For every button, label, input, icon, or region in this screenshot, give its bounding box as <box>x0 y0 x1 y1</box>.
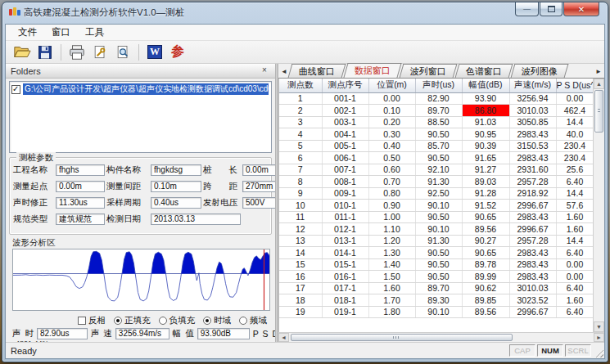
table-cell[interactable]: 3256.94 <box>509 92 556 105</box>
table-cell[interactable]: 019-1 <box>322 306 368 318</box>
horizontal-scrollbar[interactable]: ◄ ► <box>278 332 604 342</box>
table-cell[interactable]: 89.70 <box>415 105 462 117</box>
table-cell[interactable]: 14 <box>279 247 322 259</box>
table-cell[interactable]: 010-1 <box>322 200 368 212</box>
table-cell[interactable]: 2931.60 <box>509 164 556 176</box>
table-cell[interactable]: 15 <box>279 258 322 271</box>
table-cell[interactable]: 013-1 <box>322 235 368 247</box>
table-cell[interactable]: 014-1 <box>322 247 368 259</box>
table-cell[interactable]: 3023.52 <box>509 294 556 307</box>
table-cell[interactable]: 1.10 <box>368 223 415 236</box>
table-row[interactable]: 15015-11.4090.5089.782983.430.00 <box>279 258 594 271</box>
tab-data-window[interactable]: 数据窗口 <box>343 63 401 78</box>
table-cell[interactable]: 2 <box>279 105 322 117</box>
table-row[interactable]: 10010-10.9090.1091.522996.6757.6 <box>279 200 594 212</box>
table-cell[interactable]: 3 <box>279 116 322 128</box>
table-row[interactable]: 4004-10.3090.5090.952983.4340.0 <box>279 128 594 141</box>
list-item[interactable]: G:\公司产品设计开发\超声仪器\超声仪实地检测数据调试cd\cd03\cd03… <box>11 83 269 95</box>
col-header[interactable]: 幅值(dB) <box>462 79 509 92</box>
table-row[interactable]: 6006-10.5090.5091.652983.43230.4 <box>279 152 594 164</box>
table-cell[interactable]: 91.27 <box>462 164 509 176</box>
col-header[interactable]: 声时(us) <box>415 79 462 92</box>
table-row[interactable]: 19019-11.8090.1089.562996.676.40 <box>279 306 594 318</box>
table-row[interactable]: 8008-10.7091.3089.032957.286.40 <box>279 176 594 188</box>
table-cell[interactable]: 2996.67 <box>509 223 556 236</box>
table-cell[interactable]: 17 <box>279 282 322 294</box>
table-cell[interactable]: 5 <box>279 140 322 152</box>
table-cell[interactable]: 82.90 <box>415 92 462 105</box>
tab-chromatogram-window[interactable]: 色谱窗口 <box>455 64 513 78</box>
table-cell[interactable]: 3150.53 <box>509 140 556 152</box>
table-row[interactable]: 3003-10.2088.5091.033050.8514.4 <box>279 116 594 128</box>
standard-type-field[interactable]: 建筑规范 <box>56 213 105 225</box>
voltage-field[interactable]: 500V <box>242 197 276 209</box>
table-cell[interactable]: 0.00 <box>556 271 594 283</box>
table-cell[interactable]: 93.90 <box>462 92 509 105</box>
folders-list[interactable]: G:\公司产品设计开发\超声仪器\超声仪实地检测数据调试cd\cd03\cd03… <box>9 81 272 153</box>
table-cell[interactable]: 90.50 <box>415 152 462 164</box>
table-cell[interactable]: 90.95 <box>462 128 509 141</box>
minimize-button[interactable]: — <box>515 2 539 16</box>
table-cell[interactable]: 230.4 <box>556 152 594 164</box>
col-header[interactable]: 位置(m) <box>368 79 415 92</box>
table-cell[interactable]: 1.50 <box>368 271 415 283</box>
table-cell[interactable]: 7 <box>279 164 322 176</box>
table-cell[interactable]: 91.28 <box>462 187 509 200</box>
table-cell[interactable]: 018-1 <box>322 294 368 307</box>
table-cell[interactable]: 2957.28 <box>509 235 556 247</box>
table-cell[interactable]: 14.4 <box>556 116 594 128</box>
table-cell[interactable]: 1.60 <box>556 211 594 223</box>
table-cell[interactable]: 007-1 <box>322 164 368 176</box>
table-cell[interactable]: 3010.03 <box>509 282 556 294</box>
table-cell[interactable]: 008-1 <box>322 176 368 188</box>
table-cell[interactable]: 015-1 <box>322 258 368 271</box>
resize-grip[interactable] <box>594 348 603 357</box>
table-row[interactable]: 18018-11.7089.3089.853023.521.60 <box>279 294 594 307</box>
vertical-scrollbar[interactable]: ▲ ▼ <box>593 79 604 332</box>
table-cell[interactable]: 009-1 <box>322 187 368 200</box>
table-cell[interactable]: 92.10 <box>415 164 462 176</box>
table-cell[interactable]: 10 <box>279 200 322 212</box>
menu-tools[interactable]: 工具 <box>78 25 111 40</box>
table-cell[interactable]: 57.6 <box>556 200 594 212</box>
table-cell[interactable]: 2996.67 <box>509 200 556 212</box>
table-cell[interactable]: 0.40 <box>368 140 415 152</box>
table-cell[interactable]: 90.39 <box>462 140 509 152</box>
invert-checkbox[interactable]: 反相 <box>78 315 106 326</box>
table-cell[interactable]: 0.30 <box>368 128 415 141</box>
table-cell[interactable]: 1 <box>279 92 322 105</box>
table-cell[interactable]: 12 <box>279 223 322 236</box>
table-cell[interactable]: 3050.85 <box>509 116 556 128</box>
table-cell[interactable]: 1.40 <box>368 258 415 271</box>
pile-length-field[interactable]: 0.00m <box>242 164 276 176</box>
table-cell[interactable]: 1.30 <box>368 247 415 259</box>
sample-period-field[interactable]: 0.40us <box>151 197 201 209</box>
scroll-down-icon[interactable]: ▼ <box>594 321 604 332</box>
table-cell[interactable]: 0.20 <box>368 116 415 128</box>
table-cell[interactable]: 14.4 <box>556 187 594 200</box>
table-cell[interactable]: 0.10 <box>368 105 415 117</box>
table-cell[interactable]: 6.40 <box>556 306 594 318</box>
table-cell[interactable]: 2983.43 <box>509 271 556 283</box>
table-cell[interactable]: 92.50 <box>415 187 462 200</box>
horizontal-scroll-thumb[interactable] <box>291 334 513 341</box>
table-row[interactable]: 12012-11.1090.1089.562996.671.60 <box>279 223 594 236</box>
table-cell[interactable]: 2983.43 <box>509 152 556 164</box>
col-header[interactable]: 测点序号 <box>322 79 368 92</box>
table-cell[interactable]: 90.10 <box>415 306 462 318</box>
table-row[interactable]: 13013-11.2091.3090.272957.2814.4 <box>279 235 594 247</box>
table-cell[interactable]: 462.4 <box>556 105 594 117</box>
col-header[interactable]: P S D(us^▲ <box>556 79 594 92</box>
measure-interval-field[interactable]: 0.10m <box>151 181 201 192</box>
time-correction-field[interactable]: 11.30us <box>56 197 105 209</box>
table-cell[interactable]: 006-1 <box>322 152 368 164</box>
table-cell[interactable]: 90.50 <box>415 247 462 259</box>
print-icon[interactable] <box>66 43 88 62</box>
folder-path[interactable]: G:\公司产品设计开发\超声仪器\超声仪实地检测数据调试cd\cd03\cd03… <box>23 83 269 95</box>
measure-start-field[interactable]: 0.00m <box>56 181 105 192</box>
waveform-plot[interactable] <box>12 249 270 311</box>
table-cell[interactable]: 89.78 <box>462 258 509 271</box>
tab-wavetrain-window[interactable]: 波列窗口 <box>400 64 458 78</box>
table-row[interactable]: 11011-11.0090.5090.652983.431.60 <box>279 211 594 223</box>
print-preview-icon[interactable] <box>112 43 133 62</box>
